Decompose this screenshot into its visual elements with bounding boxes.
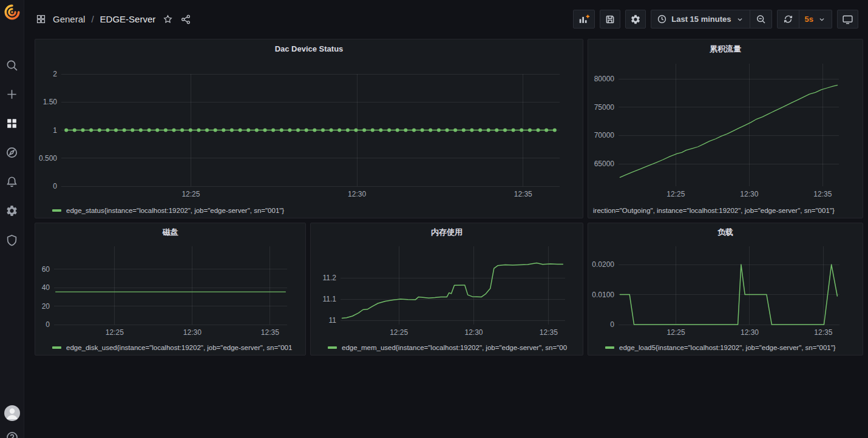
top-navigation: General / EDGE-Server	[25, 0, 868, 38]
panel-disk: 磁盘 604020012:2512:3012:35 edge_disk_used…	[35, 223, 306, 355]
svg-text:12:25: 12:25	[106, 328, 124, 337]
time-picker-group: Last 15 minutes	[651, 10, 771, 29]
alerting-bell-icon	[5, 175, 18, 188]
refresh-icon	[783, 14, 793, 24]
add-panel-icon	[578, 13, 590, 25]
panel-title[interactable]: Dac Device Status	[38, 39, 580, 59]
svg-text:40: 40	[42, 283, 50, 292]
svg-text:12:25: 12:25	[666, 190, 685, 198]
user-avatar-icon	[4, 405, 20, 421]
dashboard-toolbar: Last 15 minutes 5s	[573, 10, 858, 29]
legend-item[interactable]: edge_load5{instance="localhost:19202", j…	[591, 340, 860, 355]
save-dashboard-button[interactable]	[600, 10, 620, 29]
help-icon	[5, 431, 19, 438]
svg-text:75000: 75000	[594, 103, 615, 112]
sidebar-item-create[interactable]	[5, 87, 19, 101]
svg-text:12:25: 12:25	[667, 328, 685, 337]
search-icon	[5, 59, 18, 72]
panel-cumulative-traffic: 累积流量 8000075000700006500012:2512:3012:35…	[588, 39, 863, 218]
svg-text:0: 0	[46, 320, 50, 329]
grafana-logo-icon	[4, 4, 21, 21]
breadcrumb: General / EDGE-Server	[35, 13, 192, 25]
server-admin-shield-icon	[5, 234, 18, 246]
sidebar-item-alerting[interactable]	[5, 174, 19, 189]
breadcrumb-folder[interactable]: General	[53, 14, 85, 24]
legend-item[interactable]: irection="Outgoing", instance="localhost…	[591, 203, 860, 218]
svg-text:0: 0	[610, 320, 614, 329]
breadcrumb-dashboard-title[interactable]: EDGE-Server	[100, 14, 156, 24]
legend-item[interactable]: edge_status{instance="localhost:19202", …	[38, 203, 580, 218]
sidebar-menu	[5, 58, 19, 247]
legend-series-label: edge_disk_used{instance="localhost:19202…	[66, 344, 292, 351]
sidebar-bottom	[0, 405, 24, 438]
panel-memory-usage: 内存使用 11.211.11112:2512:3012:35 edge_mem_…	[310, 223, 583, 355]
sidebar-item-dashboards[interactable]	[5, 116, 19, 130]
legend-item[interactable]: edge_mem_used{instance="localhost:19202"…	[313, 340, 580, 355]
legend-item[interactable]: edge_disk_used{instance="localhost:19202…	[38, 340, 303, 355]
refresh-group: 5s	[777, 10, 832, 29]
svg-text:11.2: 11.2	[323, 274, 337, 282]
legend-series-label: edge_load5{instance="localhost:19202", j…	[619, 344, 836, 351]
svg-text:12:30: 12:30	[741, 328, 759, 337]
svg-text:80000: 80000	[594, 75, 615, 83]
svg-text:12:35: 12:35	[813, 190, 832, 198]
panel-title[interactable]: 内存使用	[313, 223, 580, 241]
share-dashboard-button[interactable]	[180, 13, 192, 25]
svg-text:1.50: 1.50	[43, 98, 58, 106]
panel-dac-device-status: Dac Device Status 21.5010.500012:2512:30…	[35, 39, 583, 218]
dashboard-settings-button[interactable]	[625, 10, 646, 29]
svg-text:60: 60	[42, 265, 50, 274]
chevron-down-icon	[818, 15, 826, 24]
sidebar-item-search[interactable]	[5, 58, 19, 72]
legend-series-label: irection="Outgoing", instance="localhost…	[593, 207, 835, 214]
panel-title[interactable]: 磁盘	[38, 223, 303, 241]
favorite-star-button[interactable]	[161, 13, 174, 25]
time-series-chart[interactable]: 11.211.11112:2512:3012:35	[313, 241, 581, 340]
configuration-gear-icon	[5, 204, 18, 217]
svg-text:12:30: 12:30	[183, 328, 202, 337]
panel-title[interactable]: 负载	[591, 223, 860, 241]
panel-title[interactable]: 累积流量	[591, 39, 860, 59]
star-icon	[162, 13, 174, 25]
svg-text:12:35: 12:35	[514, 190, 532, 198]
refresh-interval-picker[interactable]: 5s	[799, 10, 832, 28]
explore-compass-icon	[5, 146, 18, 159]
sidebar-item-explore[interactable]	[5, 145, 19, 160]
dashboard-grid-icon	[35, 13, 47, 25]
svg-text:12:30: 12:30	[740, 190, 758, 198]
panel-load: 负载 0.02000.0100012:2512:3012:35 edge_loa…	[588, 223, 863, 355]
svg-text:12:35: 12:35	[814, 328, 832, 337]
svg-text:12:30: 12:30	[348, 190, 366, 198]
cycle-view-mode-button[interactable]	[837, 10, 858, 29]
svg-text:12:25: 12:25	[181, 190, 200, 198]
tv-monitor-icon	[842, 13, 853, 25]
legend-series-dash	[328, 346, 337, 349]
svg-text:12:35: 12:35	[540, 328, 558, 337]
zoom-out-time-button[interactable]	[750, 10, 771, 28]
time-series-chart[interactable]: 0.02000.0100012:2512:3012:35	[591, 241, 861, 340]
time-series-chart[interactable]: 8000075000700006500012:2512:3012:35	[591, 59, 861, 203]
user-avatar[interactable]	[4, 405, 20, 421]
svg-text:0.500: 0.500	[39, 154, 57, 163]
legend-series-dash	[52, 346, 61, 349]
refresh-interval-label: 5s	[805, 15, 813, 24]
svg-text:20: 20	[42, 302, 50, 311]
sidebar-item-configuration[interactable]	[5, 203, 19, 218]
svg-text:0: 0	[53, 182, 57, 190]
add-panel-button[interactable]	[573, 10, 595, 29]
time-range-picker[interactable]: Last 15 minutes	[651, 10, 749, 28]
svg-text:1: 1	[53, 126, 57, 135]
sidebar-item-server-admin[interactable]	[5, 232, 19, 247]
svg-text:12:30: 12:30	[465, 328, 483, 337]
refresh-dashboard-button[interactable]	[778, 10, 799, 28]
breadcrumb-separator: /	[91, 14, 93, 24]
sidebar-item-help[interactable]	[5, 431, 19, 438]
clock-icon	[657, 14, 667, 24]
svg-text:12:35: 12:35	[261, 328, 279, 337]
time-series-chart[interactable]: 21.5010.500012:2512:3012:35	[38, 59, 581, 203]
legend-series-label: edge_status{instance="localhost:19202", …	[66, 207, 284, 214]
time-series-chart[interactable]: 604020012:2512:3012:35	[38, 241, 304, 340]
svg-text:0.0200: 0.0200	[592, 260, 614, 269]
svg-text:2: 2	[53, 70, 57, 78]
grafana-logo[interactable]	[0, 0, 24, 24]
